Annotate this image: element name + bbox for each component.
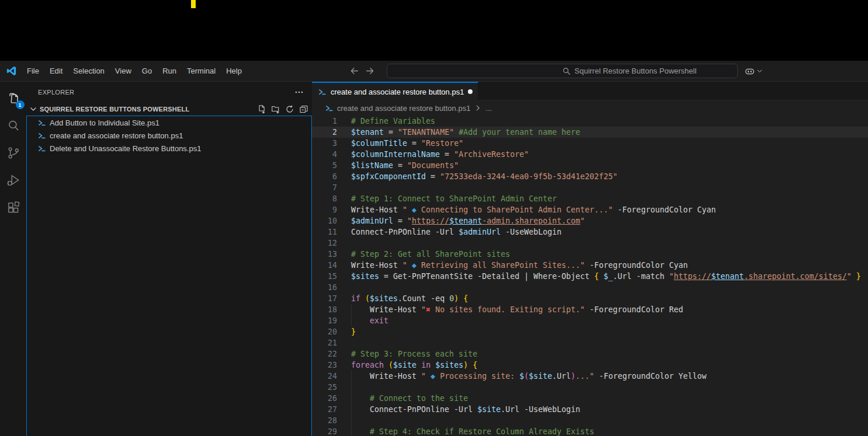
breadcrumb-file: create and associate restore button.ps1 [337,104,470,113]
search-view-icon[interactable] [4,116,23,135]
line-text: # Define Variables [337,116,435,127]
code-line-6[interactable]: 6$spfxComponentId = "72533eda-3244-4ea0-… [312,171,868,182]
powershell-file-icon [37,131,46,140]
back-arrow-icon[interactable] [349,66,359,76]
line-number: 18 [312,304,337,315]
code-line-27[interactable]: 27 Connect-PnPOnline -Url $site.Url -Use… [312,404,868,415]
breadcrumb[interactable]: create and associate restore button.ps1 … [312,100,868,116]
code-line-13[interactable]: 13# Step 2: Get all SharePoint sites [312,249,868,260]
code-line-29[interactable]: 29 # Step 4: Check if Restore Column Alr… [312,426,868,436]
code-line-12[interactable]: 12 [312,238,868,249]
menu-edit[interactable]: Edit [44,61,68,81]
line-text: Write-Host " ◆ Connecting to SharePoint … [337,204,716,215]
powershell-file-icon [325,104,334,113]
vscode-logo-icon [6,65,17,76]
command-center-label: Squirrel Restore Buttons Powershell [575,67,697,75]
line-number: 19 [312,315,337,326]
code-line-22[interactable]: 22# Step 3: Process each site [312,348,868,360]
line-number: 9 [312,204,337,215]
code-line-23[interactable]: 23foreach ($site in $sites) { [312,360,868,371]
code-line-2[interactable]: 2$tenant = "TENANTNAME" #Add your tenant… [312,127,868,138]
folder-header[interactable]: SQUIRREL RESTORE BUTTONS POWERSHELL [26,103,312,116]
code-line-19[interactable]: 19 exit [312,315,868,326]
code-line-4[interactable]: 4$columnInternalName = "ArchiveRestore" [312,149,868,160]
refresh-icon[interactable] [285,104,294,114]
command-center-content: Squirrel Restore Buttons Powershell [563,64,697,78]
line-number: 10 [312,215,337,226]
file-label: Delete and Unassocaite Restore Buttons.p… [50,144,201,153]
code-line-14[interactable]: 14Write-Host " ◆ Retrieving all SharePoi… [312,260,868,271]
code-line-26[interactable]: 26 # Connect to the site [312,393,868,404]
source-control-icon[interactable] [4,144,23,162]
menu-go[interactable]: Go [137,61,157,81]
more-actions-icon[interactable] [294,88,304,97]
line-text: Write-Host " ◆ Retrieving all SharePoint… [337,260,688,271]
line-text: # Step 2: Get all SharePoint sites [337,249,510,260]
code-line-3[interactable]: 3$columnTitle = "Restore" [312,138,868,149]
code-line-11[interactable]: 11Connect-PnPOnline -Url $adminUrl -UseW… [312,226,868,238]
code-line-24[interactable]: 24 Write-Host " ◆ Processing site: $($si… [312,371,868,382]
code-line-20[interactable]: 20} [312,326,868,337]
line-text: foreach ($site in $sites) { [337,360,477,371]
line-number: 1 [312,116,337,127]
code-line-10[interactable]: 10$adminUrl = "https://$tenant-admin.sha… [312,215,868,226]
line-text: # Step 4: Check if Restore Column Alread… [337,426,594,436]
activity-bar: 1 [0,82,26,436]
file-row[interactable]: Add Button to Individual Site.ps1 [27,116,311,129]
code-editor[interactable]: 1# Define Variables2$tenant = "TENANTNAM… [312,116,868,436]
line-number: 26 [312,393,337,404]
line-number: 14 [312,260,337,271]
code-line-8[interactable]: 8# Step 1: Connect to SharePoint Admin C… [312,193,868,204]
line-number: 6 [312,171,337,182]
workbench: 1 [0,82,868,436]
line-text: $sites = Get-PnPTenantSite -Detailed | W… [337,271,861,282]
code-line-28[interactable]: 28 [312,415,868,426]
code-line-5[interactable]: 5$listName = "Documents" [312,160,868,171]
collapse-all-icon[interactable] [299,104,308,114]
code-line-18[interactable]: 18 Write-Host "✖ No sites found. Exiting… [312,304,868,315]
file-row[interactable]: Delete and Unassocaite Restore Buttons.p… [27,142,311,155]
explorer-icon[interactable]: 1 [4,89,23,107]
new-folder-icon[interactable] [271,104,280,114]
code-line-9[interactable]: 9Write-Host " ◆ Connecting to SharePoint… [312,204,868,215]
code-line-21[interactable]: 21 [312,337,868,348]
line-text: Connect-PnPOnline -Url $adminUrl -UseWeb… [337,226,561,238]
copilot-menu[interactable] [744,65,763,76]
line-number: 11 [312,226,337,238]
code-line-1[interactable]: 1# Define Variables [312,116,868,127]
menu-terminal[interactable]: Terminal [182,61,221,81]
chevron-down-icon [756,68,763,74]
file-label: Add Button to Individual Site.ps1 [50,118,159,127]
top-black-banner [0,0,868,61]
title-bar: FileEditSelectionViewGoRunTerminalHelp S… [0,61,868,82]
modified-dot-icon[interactable] [468,89,473,94]
folder-name: SQUIRREL RESTORE BUTTONS POWERSHELL [40,106,257,113]
line-text: exit [337,315,388,326]
code-line-16[interactable]: 16 [312,282,868,293]
tab-active[interactable]: create and associate restore button.ps1 [312,82,478,100]
forward-arrow-icon[interactable] [365,66,375,76]
line-text [337,238,351,249]
file-row[interactable]: create and associate restore button.ps1 [27,129,311,142]
code-line-25[interactable]: 25 [312,382,868,393]
line-text: $adminUrl = "https://$tenant-admin.share… [337,215,585,226]
code-line-7[interactable]: 7 [312,182,868,193]
line-text: # Connect to the site [337,393,468,404]
history-nav [349,61,375,81]
new-file-icon[interactable] [257,104,266,114]
menu-run[interactable]: Run [157,61,182,81]
code-line-15[interactable]: 15$sites = Get-PnPTenantSite -Detailed |… [312,271,868,282]
line-text: $columnTitle = "Restore" [337,138,463,149]
line-text: Write-Host "✖ No sites found. Exiting sc… [337,304,683,315]
menu-help[interactable]: Help [221,61,247,81]
menu-file[interactable]: File [22,61,44,81]
line-text [337,415,351,426]
line-text [337,337,351,348]
line-number: 29 [312,426,337,436]
menu-selection[interactable]: Selection [68,61,109,81]
menu-view[interactable]: View [110,61,137,81]
run-debug-icon[interactable] [4,171,23,190]
code-line-17[interactable]: 17if ($sites.Count -eq 0) { [312,293,868,304]
extensions-icon[interactable] [4,198,23,217]
command-center[interactable]: Squirrel Restore Buttons Powershell [387,64,738,78]
